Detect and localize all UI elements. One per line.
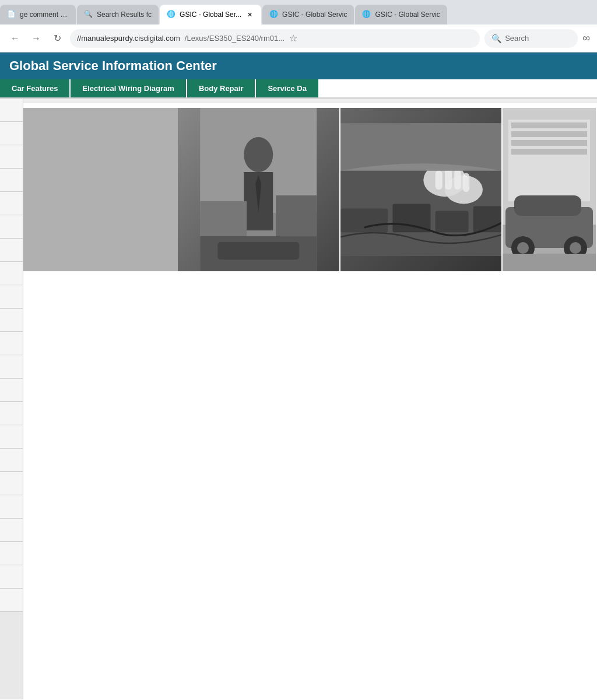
top-spacer xyxy=(23,99,597,103)
sidebar xyxy=(0,99,23,699)
tab-2-label: Search Results fc xyxy=(97,10,152,19)
sidebar-item-19[interactable] xyxy=(0,519,23,542)
sidebar-item-13[interactable] xyxy=(0,379,23,402)
hero-image-car-garage xyxy=(503,108,596,271)
tab-1-favicon: 📄 xyxy=(7,10,16,19)
tab-3-favicon: 🌐 xyxy=(167,10,176,19)
hero-image-mechanic xyxy=(340,108,502,271)
forward-button[interactable]: → xyxy=(28,30,44,47)
tab-3-label: GSIC - Global Ser... xyxy=(180,10,241,19)
content-below xyxy=(23,276,597,285)
hero-area xyxy=(23,108,597,271)
tab-4-favicon: 🌐 xyxy=(269,10,279,19)
url-base-text: //manualespurdy.cisdigital.com xyxy=(77,34,180,43)
sidebar-item-10[interactable] xyxy=(0,309,23,332)
svg-rect-27 xyxy=(511,140,587,146)
svg-rect-30 xyxy=(514,195,581,216)
tab-4[interactable]: 🌐 GSIC - Global Servic xyxy=(262,5,354,24)
sidebar-item-4[interactable] xyxy=(0,169,23,192)
content-area xyxy=(23,99,597,699)
sidebar-item-18[interactable] xyxy=(0,495,23,519)
nav-tab-car-features[interactable]: Car Features xyxy=(0,79,71,97)
svg-rect-35 xyxy=(503,254,596,271)
hero-placeholder xyxy=(23,108,178,271)
bookmark-star-icon[interactable]: ☆ xyxy=(289,33,297,44)
sidebar-item-1[interactable] xyxy=(0,99,23,122)
site-header: Global Service Information Center xyxy=(0,52,597,79)
browser-chrome: 📄 ge comment | ... 🔍 Search Results fc 🌐… xyxy=(0,0,597,52)
tab-2[interactable]: 🔍 Search Results fc xyxy=(77,5,159,24)
back-button[interactable]: ← xyxy=(7,30,23,47)
tab-1[interactable]: 📄 ge comment | ... xyxy=(0,5,76,24)
svg-rect-14 xyxy=(444,168,451,190)
refresh-button[interactable]: ↻ xyxy=(49,30,65,47)
sidebar-item-16[interactable] xyxy=(0,449,23,472)
sidebar-item-9[interactable] xyxy=(0,285,23,309)
sidebar-item-3[interactable] xyxy=(0,145,23,169)
tab-3-active[interactable]: 🌐 GSIC - Global Ser... ✕ xyxy=(160,5,261,24)
sidebar-item-15[interactable] xyxy=(0,425,23,449)
hero-image-person xyxy=(178,108,339,271)
svg-rect-26 xyxy=(511,131,587,137)
url-path-text: /Lexus/ES350_ES240/rm01... xyxy=(185,34,285,43)
svg-rect-25 xyxy=(511,123,587,128)
infinity-icon[interactable]: ∞ xyxy=(582,32,590,44)
sidebar-item-5[interactable] xyxy=(0,192,23,215)
nav-tabs: Car Features Electrical Wiring Diagram B… xyxy=(0,79,597,99)
svg-rect-17 xyxy=(340,209,388,233)
site-title: Global Service Information Center xyxy=(9,58,217,73)
nav-tab-electrical[interactable]: Electrical Wiring Diagram xyxy=(71,79,187,97)
search-label: Search xyxy=(505,34,529,43)
nav-tab-body-repair[interactable]: Body Repair xyxy=(187,79,257,97)
tab-5-label: GSIC - Global Servic xyxy=(375,10,440,19)
search-box[interactable]: 🔍 Search xyxy=(484,29,578,48)
tab-3-close-icon[interactable]: ✕ xyxy=(245,10,254,19)
sidebar-item-21[interactable] xyxy=(0,565,23,589)
svg-point-2 xyxy=(244,137,273,172)
sidebar-item-22[interactable] xyxy=(0,589,23,612)
url-bar[interactable]: //manualespurdy.cisdigital.com /Lexus/ES… xyxy=(70,29,480,48)
svg-rect-19 xyxy=(435,211,468,233)
sidebar-item-20[interactable] xyxy=(0,542,23,565)
sidebar-item-17[interactable] xyxy=(0,472,23,495)
address-bar: ← → ↻ //manualespurdy.cisdigital.com /Le… xyxy=(0,24,597,52)
sidebar-item-12[interactable] xyxy=(0,355,23,379)
tab-4-label: GSIC - Global Servic xyxy=(282,10,347,19)
page-content: Global Service Information Center Car Fe… xyxy=(0,52,597,700)
tab-bar: 📄 ge comment | ... 🔍 Search Results fc 🌐… xyxy=(0,0,597,24)
search-icon: 🔍 xyxy=(491,34,501,43)
sidebar-item-7[interactable] xyxy=(0,239,23,262)
tab-5-favicon: 🌐 xyxy=(362,10,371,19)
svg-rect-16 xyxy=(462,173,469,192)
tab-5[interactable]: 🌐 GSIC - Global Servic xyxy=(355,5,447,24)
svg-rect-8 xyxy=(217,242,299,260)
tab-2-favicon: 🔍 xyxy=(84,10,93,19)
tab-1-label: ge comment | ... xyxy=(20,10,69,19)
nav-tab-service-da[interactable]: Service Da xyxy=(256,79,319,97)
sidebar-item-2[interactable] xyxy=(0,122,23,145)
sidebar-item-8[interactable] xyxy=(0,262,23,285)
svg-point-33 xyxy=(517,242,529,254)
main-layout xyxy=(0,99,597,699)
sidebar-item-6[interactable] xyxy=(0,215,23,239)
sidebar-item-11[interactable] xyxy=(0,332,23,355)
sidebar-item-14[interactable] xyxy=(0,402,23,425)
svg-rect-13 xyxy=(435,170,442,190)
svg-point-34 xyxy=(570,242,581,254)
svg-rect-28 xyxy=(511,149,587,155)
svg-rect-15 xyxy=(454,170,461,190)
